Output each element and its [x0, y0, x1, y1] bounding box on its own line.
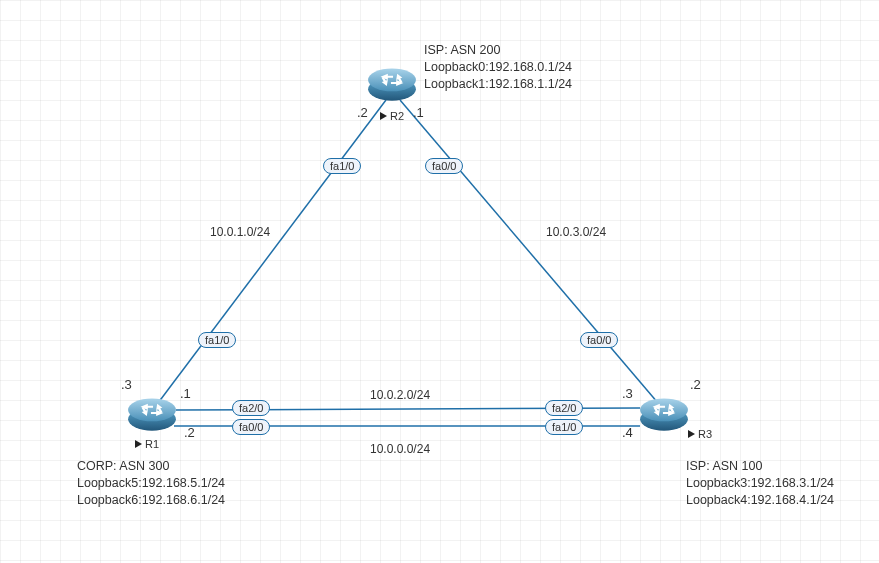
r1-title: CORP: ASN 300	[77, 458, 225, 475]
r1-info: CORP: ASN 300 Loopback5:192.168.5.1/24 L…	[77, 458, 225, 509]
r3-host-topleft: .3	[622, 386, 633, 401]
router-r1-label: R1	[135, 438, 159, 450]
r3-host-botleft: .4	[622, 425, 633, 440]
r3-lb3: Loopback3:192.168.3.1/24	[686, 475, 834, 492]
r2-lb0: Loopback0:192.168.0.1/24	[424, 59, 572, 76]
svg-point-3	[128, 398, 176, 421]
pill-r3-fa00: fa0/0	[580, 332, 618, 348]
router-r2-name: R2	[390, 110, 404, 122]
pill-r1-fa00: fa0/0	[232, 419, 270, 435]
play-icon	[688, 430, 695, 438]
subnet-r2-r3: 10.0.3.0/24	[546, 225, 606, 239]
play-icon	[380, 112, 387, 120]
router-r3-label: R3	[688, 428, 712, 440]
link-r2-r3	[400, 100, 658, 403]
pill-r2-fa00: fa0/0	[425, 158, 463, 174]
r3-host-up: .2	[690, 377, 701, 392]
pill-r1-fa10: fa1/0	[198, 332, 236, 348]
router-icon	[366, 62, 418, 104]
play-icon	[135, 440, 142, 448]
link-r1-r2	[158, 100, 386, 403]
subnet-r1-r3-top: 10.0.2.0/24	[370, 388, 430, 402]
svg-point-1	[368, 68, 416, 91]
router-r2[interactable]	[366, 62, 418, 107]
subnet-r1-r2: 10.0.1.0/24	[210, 225, 270, 239]
r1-host-up: .3	[121, 377, 132, 392]
subnet-r1-r3-bot: 10.0.0.0/24	[370, 442, 430, 456]
r1-host-topright: .1	[180, 386, 191, 401]
r3-title: ISP: ASN 100	[686, 458, 834, 475]
router-r1-name: R1	[145, 438, 159, 450]
r3-info: ISP: ASN 100 Loopback3:192.168.3.1/24 Lo…	[686, 458, 834, 509]
pill-r3-fa20: fa2/0	[545, 400, 583, 416]
router-r3[interactable]	[638, 392, 690, 437]
pill-r3-fa10: fa1/0	[545, 419, 583, 435]
svg-point-5	[640, 398, 688, 421]
router-r2-label: R2	[380, 110, 404, 122]
r3-lb4: Loopback4:192.168.4.1/24	[686, 492, 834, 509]
r2-host-left: .2	[357, 105, 368, 120]
r2-info: ISP: ASN 200 Loopback0:192.168.0.1/24 Lo…	[424, 42, 572, 93]
pill-r2-fa10: fa1/0	[323, 158, 361, 174]
r2-host-right: .1	[413, 105, 424, 120]
router-r3-name: R3	[698, 428, 712, 440]
r2-lb1: Loopback1:192.168.1.1/24	[424, 76, 572, 93]
router-icon	[638, 392, 690, 434]
r1-lb5: Loopback5:192.168.5.1/24	[77, 475, 225, 492]
r1-host-botright: .2	[184, 425, 195, 440]
diagram-canvas: R2 .2 .1 ISP: ASN 200 Loopback0:192.168.…	[0, 0, 879, 563]
r2-title: ISP: ASN 200	[424, 42, 572, 59]
pill-r1-fa20: fa2/0	[232, 400, 270, 416]
router-icon	[126, 392, 178, 434]
router-r1[interactable]	[126, 392, 178, 437]
r1-lb6: Loopback6:192.168.6.1/24	[77, 492, 225, 509]
